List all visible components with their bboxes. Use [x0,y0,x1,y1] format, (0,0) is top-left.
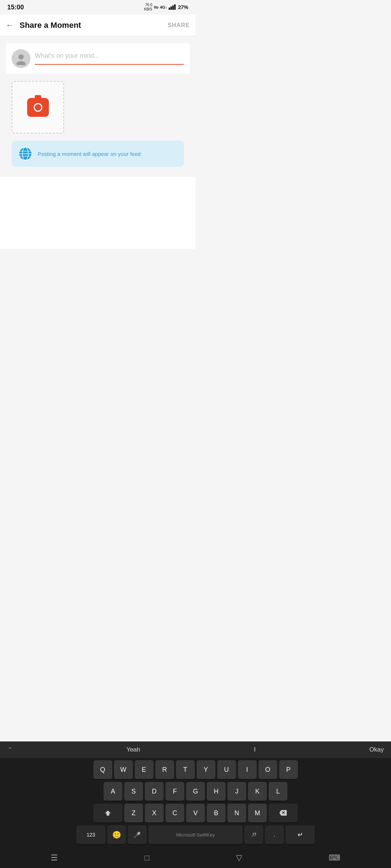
network-icon: 4G↑ [160,5,167,9]
header: ← Share a Moment SHARE [0,14,196,36]
share-button[interactable]: SHARE [168,22,190,29]
photo-upload-box[interactable] [12,81,64,133]
signal-bars-icon [169,4,177,11]
status-bar: 15:00 76.0 KB/S Vo 4G↑ 27% [0,0,196,14]
battery-percent: 27% [178,4,188,10]
svg-rect-3 [174,4,176,10]
globe-icon [18,146,33,161]
avatar [12,49,30,68]
input-underline [35,64,184,65]
status-time: 15:00 [7,4,24,11]
back-button[interactable]: ← [6,21,14,30]
feed-notice: Posting a moment will appear on your fee… [12,141,184,167]
svg-rect-0 [169,8,170,10]
volte-icon: Vo [154,5,159,9]
post-input-wrapper: What's on your mind... [35,49,184,65]
status-icons: 76.0 KB/S Vo 4G↑ 27% [144,3,188,12]
camera-icon [27,98,49,117]
white-spacer [0,177,196,249]
page-title: Share a Moment [20,21,168,30]
post-input-row: What's on your mind... [6,43,190,74]
network-speed: 76.0 KB/S [144,3,152,12]
svg-rect-1 [171,7,172,10]
post-placeholder[interactable]: What's on your mind... [35,49,184,63]
camera-lens [34,103,42,112]
svg-rect-2 [172,5,174,10]
svg-point-5 [16,61,25,65]
content-area: What's on your mind... Posting a moment … [0,36,196,177]
svg-point-4 [18,54,24,59]
feed-notice-text: Posting a moment will appear on your fee… [38,151,140,157]
